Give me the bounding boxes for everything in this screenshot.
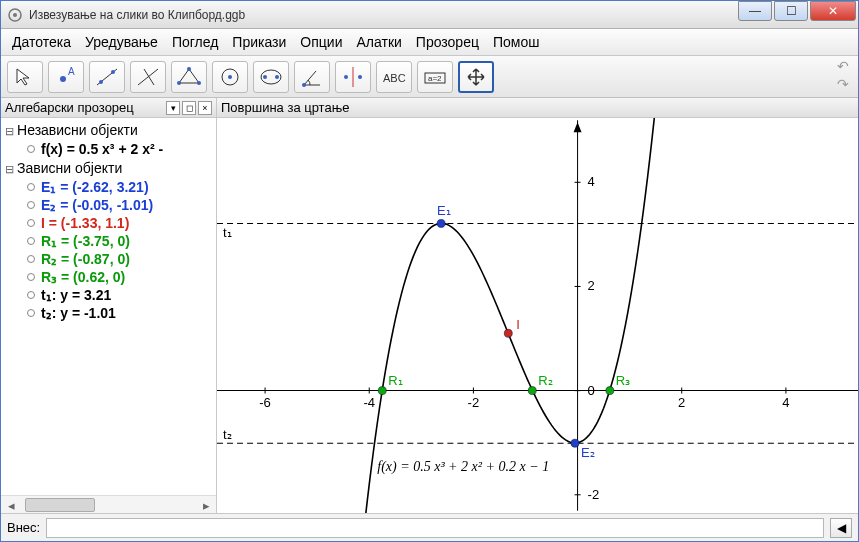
window-controls: — ☐ ✕ [736, 1, 856, 21]
menu-file[interactable]: Датотека [5, 31, 78, 53]
svg-text:A: A [68, 66, 75, 77]
tree-item-e1[interactable]: E₁ = (-2.62, 3.21) [5, 178, 212, 196]
svg-text:R₃: R₃ [616, 373, 630, 388]
undo-button[interactable]: ↶ [834, 58, 852, 74]
panel-toggle-icon[interactable]: ▾ [166, 101, 180, 115]
svg-point-53 [504, 329, 512, 337]
svg-point-20 [344, 75, 348, 79]
scroll-right-icon[interactable]: ▸ [198, 497, 214, 513]
svg-point-5 [99, 80, 103, 84]
dependent-label: Зависни објекти [5, 160, 122, 176]
svg-text:R₁: R₁ [388, 373, 402, 388]
algebra-title: Алгебарски прозорец [5, 100, 134, 115]
e1-label: E₁ = (-2.62, 3.21) [41, 179, 149, 195]
bullet-icon [27, 183, 35, 191]
scroll-left-icon[interactable]: ◂ [3, 497, 19, 513]
svg-text:I: I [516, 317, 520, 332]
app-window: Извезување на слики во Клипборд.ggb — ☐ … [0, 0, 859, 542]
bullet-icon [27, 273, 35, 281]
svg-point-11 [197, 81, 201, 85]
close-button[interactable]: ✕ [810, 1, 856, 21]
drawing-title: Површина за цртање [221, 100, 349, 115]
svg-point-14 [228, 75, 232, 79]
svg-text:2: 2 [588, 278, 595, 293]
tool-reflect[interactable] [335, 61, 371, 93]
svg-text:2: 2 [678, 395, 685, 410]
tool-ellipse[interactable] [253, 61, 289, 93]
independent-group[interactable]: Независни објекти [5, 122, 212, 138]
t2-label: t₂: y = -1.01 [41, 305, 116, 321]
drawing-panel: Површина за цртање -6-4-224-2024t₁t₂E₁E₂… [217, 98, 858, 513]
redo-button[interactable]: ↷ [834, 76, 852, 92]
svg-text:ABC: ABC [383, 72, 406, 84]
svg-text:4: 4 [588, 174, 595, 189]
tool-circle[interactable] [212, 61, 248, 93]
tree-item-r1[interactable]: R₁ = (-3.75, 0) [5, 232, 212, 250]
algebra-header: Алгебарски прозорец ▾ ◻ × [1, 98, 216, 118]
tree-item-t2[interactable]: t₂: y = -1.01 [5, 304, 212, 322]
menu-edit[interactable]: Уредување [78, 31, 165, 53]
svg-text:4: 4 [782, 395, 789, 410]
algebra-scrollbar[interactable]: ◂ ▸ [1, 495, 216, 513]
menu-options[interactable]: Опции [293, 31, 349, 53]
svg-point-2 [60, 76, 66, 82]
dependent-group[interactable]: Зависни објекти [5, 160, 212, 176]
tool-angle[interactable] [294, 61, 330, 93]
tree-item-i[interactable]: I = (-1.33, 1.1) [5, 214, 212, 232]
algebra-panel-controls: ▾ ◻ × [166, 101, 212, 115]
tool-move[interactable] [7, 61, 43, 93]
minimize-button[interactable]: — [738, 1, 772, 21]
input-help-button[interactable]: ◀ [830, 518, 852, 538]
panel-dock-icon[interactable]: ◻ [182, 101, 196, 115]
tree-item-e2[interactable]: E₂ = (-0.05, -1.01) [5, 196, 212, 214]
tree-item-r3[interactable]: R₃ = (0.62, 0) [5, 268, 212, 286]
toolbar: A ABC a=2 ↶ [1, 56, 858, 98]
svg-text:E₁: E₁ [437, 203, 451, 218]
svg-text:t₁: t₁ [223, 225, 232, 240]
svg-text:-6: -6 [259, 395, 271, 410]
t1-label: t₁: y = 3.21 [41, 287, 111, 303]
svg-marker-9 [179, 69, 199, 83]
tool-line[interactable] [89, 61, 125, 93]
tree-item-fx[interactable]: f(x) = 0.5 x³ + 2 x² - [5, 140, 212, 158]
menu-tools[interactable]: Алатки [349, 31, 408, 53]
input-field[interactable] [46, 518, 824, 538]
r2-label: R₂ = (-0.87, 0) [41, 251, 130, 267]
bullet-icon [27, 237, 35, 245]
r1-label: R₁ = (-3.75, 0) [41, 233, 130, 249]
bullet-icon [27, 219, 35, 227]
tool-point[interactable]: A [48, 61, 84, 93]
independent-label: Независни објекти [5, 122, 138, 138]
tool-perpendicular[interactable] [130, 61, 166, 93]
tool-move-view[interactable] [458, 61, 494, 93]
tool-text[interactable]: ABC [376, 61, 412, 93]
tree-item-r2[interactable]: R₂ = (-0.87, 0) [5, 250, 212, 268]
menu-help[interactable]: Помош [486, 31, 547, 53]
bullet-icon [27, 309, 35, 317]
svg-text:0: 0 [588, 383, 595, 398]
algebra-tree: Независни објекти f(x) = 0.5 x³ + 2 x² -… [1, 118, 216, 495]
menu-perspectives[interactable]: Прикази [225, 31, 293, 53]
svg-line-8 [144, 69, 154, 85]
content-area: Алгебарски прозорец ▾ ◻ × Независни обје… [1, 98, 858, 513]
svg-point-12 [177, 81, 181, 85]
svg-text:-2: -2 [468, 395, 480, 410]
svg-text:R₂: R₂ [538, 373, 552, 388]
scroll-thumb[interactable] [25, 498, 95, 512]
svg-text:E₂: E₂ [581, 445, 595, 460]
e2-label: E₂ = (-0.05, -1.01) [41, 197, 153, 213]
maximize-button[interactable]: ☐ [774, 1, 808, 21]
plot-svg: -6-4-224-2024t₁t₂E₁E₂IR₁R₂R₃f(x) = 0.5 x… [217, 118, 858, 513]
tree-item-t1[interactable]: t₁: y = 3.21 [5, 286, 212, 304]
tool-slider[interactable]: a=2 [417, 61, 453, 93]
tool-polygon[interactable] [171, 61, 207, 93]
menu-window[interactable]: Прозорец [409, 31, 486, 53]
menu-view[interactable]: Поглед [165, 31, 225, 53]
svg-text:t₂: t₂ [223, 427, 232, 442]
bullet-icon [27, 145, 35, 153]
graphics-view[interactable]: -6-4-224-2024t₁t₂E₁E₂IR₁R₂R₃f(x) = 0.5 x… [217, 118, 858, 513]
panel-close-icon[interactable]: × [198, 101, 212, 115]
i-label: I = (-1.33, 1.1) [41, 215, 129, 231]
window-title: Извезување на слики во Клипборд.ggb [29, 8, 736, 22]
svg-point-21 [358, 75, 362, 79]
